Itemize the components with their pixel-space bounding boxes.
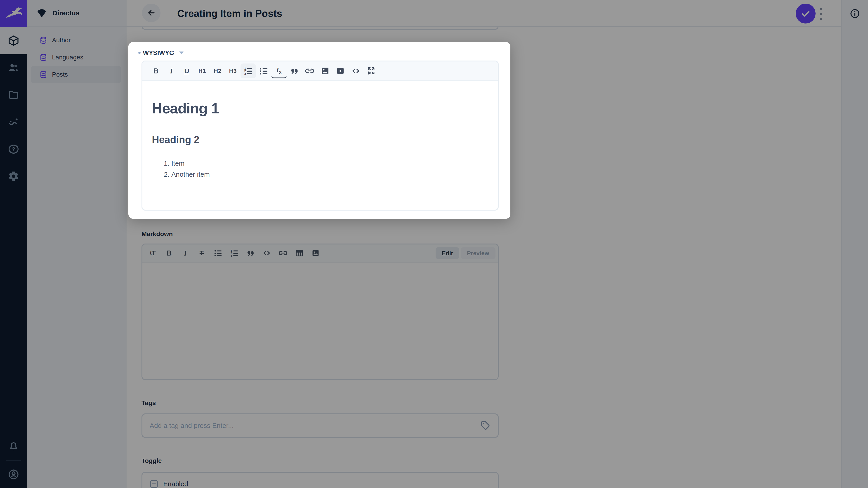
content-ordered-list: Item Another item — [152, 158, 498, 180]
wysiwyg-field-label: WYSIWYG — [143, 49, 174, 57]
italic-button[interactable]: I — [164, 64, 179, 78]
wysiwyg-toolbar: B I U H1 H2 H3 123 Ix — [143, 61, 498, 81]
list-item: Another item — [171, 169, 498, 180]
app-screen: ? Directus — [0, 0, 868, 488]
link-button[interactable] — [302, 64, 317, 78]
svg-text:3: 3 — [244, 72, 246, 75]
h2-button[interactable]: H2 — [210, 64, 225, 78]
content-heading1: Heading 1 — [152, 99, 498, 118]
video-button[interactable] — [333, 64, 348, 78]
bold-button[interactable]: B — [148, 64, 164, 78]
fullscreen-button[interactable] — [364, 64, 379, 78]
list-item: Item — [171, 158, 498, 169]
wysiwyg-label-row: WYSIWYG — [138, 49, 184, 57]
blockquote-button[interactable] — [287, 64, 302, 78]
wysiwyg-content-area[interactable]: Heading 1 Heading 2 Item Another item — [143, 99, 498, 210]
h3-button[interactable]: H3 — [225, 64, 241, 78]
bullet-list-button[interactable] — [256, 64, 271, 78]
clear-formatting-button[interactable]: Ix — [271, 64, 287, 78]
code-button[interactable] — [348, 64, 364, 78]
clear-formatting-glyph: Ix — [276, 66, 282, 74]
content-heading2: Heading 2 — [152, 133, 498, 146]
field-edited-dot-icon — [138, 52, 141, 54]
image-button[interactable] — [317, 64, 333, 78]
wysiwyg-field-card: WYSIWYG B I U H1 H2 H3 123 Ix — [128, 42, 510, 219]
wysiwyg-editor: B I U H1 H2 H3 123 Ix — [142, 61, 499, 210]
underline-button[interactable]: U — [179, 64, 194, 78]
h1-button[interactable]: H1 — [194, 64, 210, 78]
ordered-list-button[interactable]: 123 — [241, 64, 256, 78]
chevron-down-icon[interactable] — [179, 52, 184, 54]
